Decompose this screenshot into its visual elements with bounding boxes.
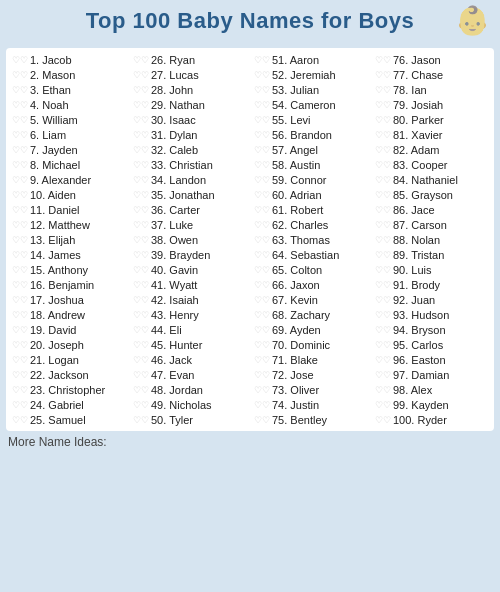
list-item[interactable]: ♡♡ 64. Sebastian — [252, 247, 369, 262]
list-item[interactable]: ♡♡ 34. Landon — [131, 172, 248, 187]
list-item[interactable]: ♡♡ 79. Josiah — [373, 97, 490, 112]
list-item[interactable]: ♡♡ 15. Anthony — [10, 262, 127, 277]
footer-text[interactable]: More Name Ideas: — [6, 435, 494, 449]
list-item[interactable]: ♡♡ 65. Colton — [252, 262, 369, 277]
list-item[interactable]: ♡♡ 74. Justin — [252, 397, 369, 412]
list-item[interactable]: ♡♡ 86. Jace — [373, 202, 490, 217]
list-item[interactable]: ♡♡ 30. Isaac — [131, 112, 248, 127]
list-item[interactable]: ♡♡ 24. Gabriel — [10, 397, 127, 412]
list-item[interactable]: ♡♡ 10. Aiden — [10, 187, 127, 202]
list-item[interactable]: ♡♡ 31. Dylan — [131, 127, 248, 142]
list-item[interactable]: ♡♡ 25. Samuel — [10, 412, 127, 427]
list-item[interactable]: ♡♡ 49. Nicholas — [131, 397, 248, 412]
list-item[interactable]: ♡♡ 14. James — [10, 247, 127, 262]
list-item[interactable]: ♡♡ 7. Jayden — [10, 142, 127, 157]
list-item[interactable]: ♡♡ 8. Michael — [10, 157, 127, 172]
list-item[interactable]: ♡♡ 38. Owen — [131, 232, 248, 247]
list-item[interactable]: ♡♡ 46. Jack — [131, 352, 248, 367]
list-item[interactable]: ♡♡ 21. Logan — [10, 352, 127, 367]
list-item[interactable]: ♡♡ 5. William — [10, 112, 127, 127]
list-item[interactable]: ♡♡ 69. Ayden — [252, 322, 369, 337]
list-item[interactable]: ♡♡ 100. Ryder — [373, 412, 490, 427]
list-item[interactable]: ♡♡ 53. Julian — [252, 82, 369, 97]
list-item[interactable]: ♡♡ 27. Lucas — [131, 67, 248, 82]
list-item[interactable]: ♡♡ 18. Andrew — [10, 307, 127, 322]
list-item[interactable]: ♡♡ 60. Adrian — [252, 187, 369, 202]
list-item[interactable]: ♡♡ 29. Nathan — [131, 97, 248, 112]
list-item[interactable]: ♡♡ 16. Benjamin — [10, 277, 127, 292]
list-item[interactable]: ♡♡ 43. Henry — [131, 307, 248, 322]
list-item[interactable]: ♡♡ 72. Jose — [252, 367, 369, 382]
list-item[interactable]: ♡♡ 1. Jacob — [10, 52, 127, 67]
list-item[interactable]: ♡♡ 88. Nolan — [373, 232, 490, 247]
list-item[interactable]: ♡♡ 32. Caleb — [131, 142, 248, 157]
list-item[interactable]: ♡♡ 45. Hunter — [131, 337, 248, 352]
list-item[interactable]: ♡♡ 97. Damian — [373, 367, 490, 382]
list-item[interactable]: ♡♡ 26. Ryan — [131, 52, 248, 67]
list-item[interactable]: ♡♡ 77. Chase — [373, 67, 490, 82]
list-item[interactable]: ♡♡ 51. Aaron — [252, 52, 369, 67]
list-item[interactable]: ♡♡ 9. Alexander — [10, 172, 127, 187]
list-item[interactable]: ♡♡ 57. Angel — [252, 142, 369, 157]
list-item[interactable]: ♡♡ 58. Austin — [252, 157, 369, 172]
list-item[interactable]: ♡♡ 78. Ian — [373, 82, 490, 97]
list-item[interactable]: ♡♡ 93. Hudson — [373, 307, 490, 322]
list-item[interactable]: ♡♡ 50. Tyler — [131, 412, 248, 427]
list-item[interactable]: ♡♡ 40. Gavin — [131, 262, 248, 277]
list-item[interactable]: ♡♡ 41. Wyatt — [131, 277, 248, 292]
list-item[interactable]: ♡♡ 82. Adam — [373, 142, 490, 157]
list-item[interactable]: ♡♡ 87. Carson — [373, 217, 490, 232]
list-item[interactable]: ♡♡ 98. Alex — [373, 382, 490, 397]
list-item[interactable]: ♡♡ 70. Dominic — [252, 337, 369, 352]
list-item[interactable]: ♡♡ 85. Grayson — [373, 187, 490, 202]
list-item[interactable]: ♡♡ 55. Levi — [252, 112, 369, 127]
list-item[interactable]: ♡♡ 20. Joseph — [10, 337, 127, 352]
list-item[interactable]: ♡♡ 2. Mason — [10, 67, 127, 82]
list-item[interactable]: ♡♡ 36. Carter — [131, 202, 248, 217]
list-item[interactable]: ♡♡ 99. Kayden — [373, 397, 490, 412]
list-item[interactable]: ♡♡ 61. Robert — [252, 202, 369, 217]
list-item[interactable]: ♡♡ 52. Jeremiah — [252, 67, 369, 82]
list-item[interactable]: ♡♡ 84. Nathaniel — [373, 172, 490, 187]
list-item[interactable]: ♡♡ 56. Brandon — [252, 127, 369, 142]
list-item[interactable]: ♡♡ 3. Ethan — [10, 82, 127, 97]
list-item[interactable]: ♡♡ 81. Xavier — [373, 127, 490, 142]
list-item[interactable]: ♡♡ 92. Juan — [373, 292, 490, 307]
list-item[interactable]: ♡♡ 37. Luke — [131, 217, 248, 232]
list-item[interactable]: ♡♡ 17. Joshua — [10, 292, 127, 307]
list-item[interactable]: ♡♡ 12. Matthew — [10, 217, 127, 232]
list-item[interactable]: ♡♡ 67. Kevin — [252, 292, 369, 307]
list-item[interactable]: ♡♡ 35. Jonathan — [131, 187, 248, 202]
list-item[interactable]: ♡♡ 22. Jackson — [10, 367, 127, 382]
list-item[interactable]: ♡♡ 90. Luis — [373, 262, 490, 277]
list-item[interactable]: ♡♡ 91. Brody — [373, 277, 490, 292]
list-item[interactable]: ♡♡ 95. Carlos — [373, 337, 490, 352]
list-item[interactable]: ♡♡ 76. Jason — [373, 52, 490, 67]
list-item[interactable]: ♡♡ 42. Isaiah — [131, 292, 248, 307]
list-item[interactable]: ♡♡ 19. David — [10, 322, 127, 337]
list-item[interactable]: ♡♡ 54. Cameron — [252, 97, 369, 112]
list-item[interactable]: ♡♡ 66. Jaxon — [252, 277, 369, 292]
list-item[interactable]: ♡♡ 47. Evan — [131, 367, 248, 382]
list-item[interactable]: ♡♡ 59. Connor — [252, 172, 369, 187]
list-item[interactable]: ♡♡ 4. Noah — [10, 97, 127, 112]
list-item[interactable]: ♡♡ 83. Cooper — [373, 157, 490, 172]
list-item[interactable]: ♡♡ 23. Christopher — [10, 382, 127, 397]
list-item[interactable]: ♡♡ 11. Daniel — [10, 202, 127, 217]
list-item[interactable]: ♡♡ 39. Brayden — [131, 247, 248, 262]
list-item[interactable]: ♡♡ 71. Blake — [252, 352, 369, 367]
list-item[interactable]: ♡♡ 48. Jordan — [131, 382, 248, 397]
list-item[interactable]: ♡♡ 44. Eli — [131, 322, 248, 337]
list-item[interactable]: ♡♡ 68. Zachary — [252, 307, 369, 322]
list-item[interactable]: ♡♡ 73. Oliver — [252, 382, 369, 397]
list-item[interactable]: ♡♡ 80. Parker — [373, 112, 490, 127]
list-item[interactable]: ♡♡ 6. Liam — [10, 127, 127, 142]
list-item[interactable]: ♡♡ 13. Elijah — [10, 232, 127, 247]
list-item[interactable]: ♡♡ 89. Tristan — [373, 247, 490, 262]
list-item[interactable]: ♡♡ 28. John — [131, 82, 248, 97]
list-item[interactable]: ♡♡ 75. Bentley — [252, 412, 369, 427]
list-item[interactable]: ♡♡ 94. Bryson — [373, 322, 490, 337]
list-item[interactable]: ♡♡ 62. Charles — [252, 217, 369, 232]
list-item[interactable]: ♡♡ 96. Easton — [373, 352, 490, 367]
list-item[interactable]: ♡♡ 63. Thomas — [252, 232, 369, 247]
